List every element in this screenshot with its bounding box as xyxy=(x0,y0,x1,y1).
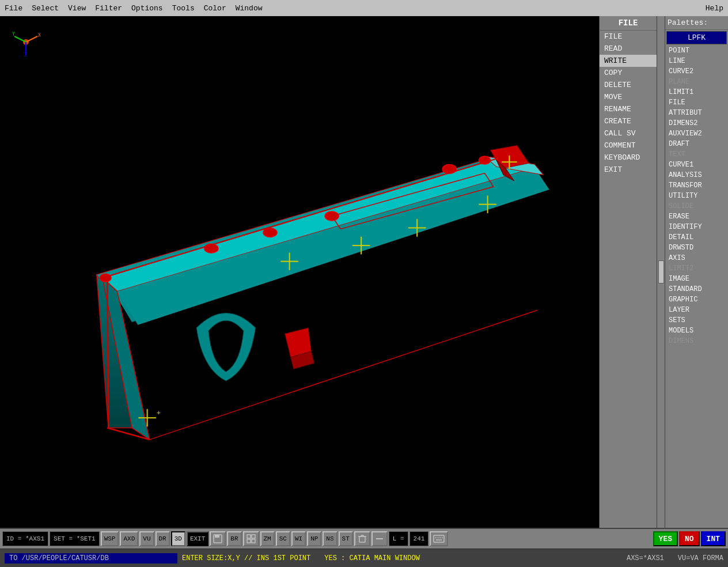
left-menu-move[interactable]: MOVE xyxy=(600,91,657,103)
st-button[interactable]: ST xyxy=(339,531,353,546)
palette-text: TEXT xyxy=(665,149,728,160)
minus-button[interactable] xyxy=(371,531,388,546)
cmd-main-text: ENTER SIZE:X,Y // INS 1ST POINT xyxy=(182,554,310,562)
svg-point-24 xyxy=(100,274,111,282)
palette-standard[interactable]: STANDARD xyxy=(665,284,728,294)
svg-rect-43 xyxy=(247,539,251,543)
menu-options[interactable]: Options xyxy=(131,4,163,13)
menu-help[interactable]: Help xyxy=(706,4,723,13)
palette-limit2: LIMIT2 xyxy=(665,263,728,274)
left-menu-delete[interactable]: DELETE xyxy=(600,79,657,91)
scrollbar-area[interactable] xyxy=(657,16,665,528)
no-button[interactable]: NO xyxy=(679,531,700,546)
viewport[interactable]: X Y Z xyxy=(0,16,599,528)
palette-erase[interactable]: ERASE xyxy=(665,211,728,222)
palette-file[interactable]: FILE xyxy=(665,97,728,108)
menu-file[interactable]: File xyxy=(5,4,22,13)
main-area: X Y Z xyxy=(0,16,728,528)
palette-axis[interactable]: AXIS xyxy=(665,253,728,263)
wsp-button[interactable]: WSP xyxy=(101,531,119,546)
palette-image[interactable]: IMAGE xyxy=(665,274,728,284)
palette-drwstd[interactable]: DRWSTD xyxy=(665,243,728,253)
svg-rect-39 xyxy=(215,535,219,538)
menu-tools[interactable]: Tools xyxy=(172,4,195,13)
cmd-vu: VU=VA FORMA xyxy=(678,554,723,562)
np-button[interactable]: NP xyxy=(307,531,321,546)
palette-utility[interactable]: UTILITY xyxy=(665,191,728,201)
svg-marker-13 xyxy=(117,168,549,325)
exit-button[interactable]: EXIT xyxy=(187,531,208,546)
left-menu-keyboard[interactable]: KEYBOARD xyxy=(600,152,657,164)
palette-dimens2[interactable]: DIMENS2 xyxy=(665,118,728,128)
palette-sets[interactable]: SETS xyxy=(665,315,728,326)
palette-transfor[interactable]: TRANSFOR xyxy=(665,180,728,191)
palette-attribut[interactable]: ATTRIBUT xyxy=(665,108,728,118)
cmdbar: TO /USR/PEOPLE/CATUSR/DB ENTER SIZE:X,Y … xyxy=(0,549,728,567)
palette-layer[interactable]: LAYER xyxy=(665,305,728,315)
palette-auxview2[interactable]: AUXVIEW2 xyxy=(665,128,728,139)
left-menu-copy[interactable]: COPY xyxy=(600,67,657,79)
wi-button[interactable]: WI xyxy=(291,531,306,546)
set-label: SET = *SET1 xyxy=(50,531,100,546)
left-panel: FILE FILE READ WRITE COPY DELETE MOVE RE… xyxy=(599,16,657,528)
left-menu-callsv[interactable]: CALL SV xyxy=(600,127,657,139)
left-menu-create[interactable]: CREATE xyxy=(600,115,657,127)
svg-marker-11 xyxy=(103,153,534,292)
palette-detail[interactable]: DETAIL xyxy=(665,232,728,243)
axd-button[interactable]: AXD xyxy=(120,531,138,546)
menu-window[interactable]: Window xyxy=(236,4,263,13)
l-label: L = xyxy=(389,531,408,546)
palette-identify[interactable]: IDENTIFY xyxy=(665,222,728,232)
lpfk-button[interactable]: LPFK xyxy=(666,31,727,44)
palettes-title: Palettes: xyxy=(665,16,728,30)
svg-rect-44 xyxy=(252,539,255,543)
svg-rect-51 xyxy=(434,535,444,542)
palette-curve1[interactable]: CURVE1 xyxy=(665,160,728,170)
palette-analysis[interactable]: ANALYSIS xyxy=(665,170,728,180)
palette-models[interactable]: MODELS xyxy=(665,326,728,336)
menu-view[interactable]: View xyxy=(68,4,86,13)
vu-button[interactable]: VU xyxy=(139,531,154,546)
scrollbar-thumb[interactable] xyxy=(658,260,664,284)
menu-color[interactable]: Color xyxy=(204,4,226,13)
svg-point-20 xyxy=(442,164,456,173)
svg-rect-40 xyxy=(219,535,221,537)
disk-button[interactable] xyxy=(210,531,226,546)
cmd-yes-text: YES : CATIA MAIN WINDOW xyxy=(324,554,420,562)
left-menu-rename[interactable]: RENAME xyxy=(600,103,657,115)
model-3d: + xyxy=(0,16,599,528)
id-label: ID = *AXS1 xyxy=(2,531,48,546)
svg-text:+: + xyxy=(157,409,161,417)
svg-rect-42 xyxy=(252,535,255,538)
svg-rect-45 xyxy=(359,536,365,542)
menu-select[interactable]: Select xyxy=(32,4,59,13)
grid-button[interactable] xyxy=(243,531,259,546)
keyboard-button[interactable] xyxy=(430,531,448,546)
int-button[interactable]: INT xyxy=(701,531,726,546)
right-panel: Palettes: LPFK POINT LINE CURVE2 PLANE L… xyxy=(665,16,728,528)
palette-line[interactable]: LINE xyxy=(665,56,728,66)
palette-limit1[interactable]: LIMIT1 xyxy=(665,87,728,97)
br-button[interactable]: BR xyxy=(227,531,241,546)
ns-button[interactable]: NS xyxy=(323,531,337,546)
left-panel-title: FILE xyxy=(600,16,657,31)
menubar: File Select View Filter Options Tools Co… xyxy=(0,0,728,16)
left-menu-exit[interactable]: EXIT xyxy=(600,164,657,176)
menu-filter[interactable]: Filter xyxy=(95,4,122,13)
left-menu-read[interactable]: READ xyxy=(600,43,657,55)
yes-button[interactable]: YES xyxy=(653,531,678,546)
left-menu-file[interactable]: FILE xyxy=(600,31,657,43)
palette-draft[interactable]: DRAFT xyxy=(665,139,728,149)
3d-button[interactable]: 3D xyxy=(171,531,185,546)
palette-solide: SOLIDE xyxy=(665,201,728,211)
palette-curve2[interactable]: CURVE2 xyxy=(665,66,728,77)
left-menu-write[interactable]: WRITE xyxy=(600,55,657,67)
dr-button[interactable]: DR xyxy=(156,531,170,546)
zm-button[interactable]: ZM xyxy=(260,531,275,546)
trash-button[interactable] xyxy=(354,531,370,546)
sc-button[interactable]: SC xyxy=(276,531,290,546)
left-menu-comment[interactable]: COMMENT xyxy=(600,139,657,152)
l-value: 241 xyxy=(410,531,429,546)
palette-graphic[interactable]: GRAPHIC xyxy=(665,294,728,305)
palette-point[interactable]: POINT xyxy=(665,46,728,56)
